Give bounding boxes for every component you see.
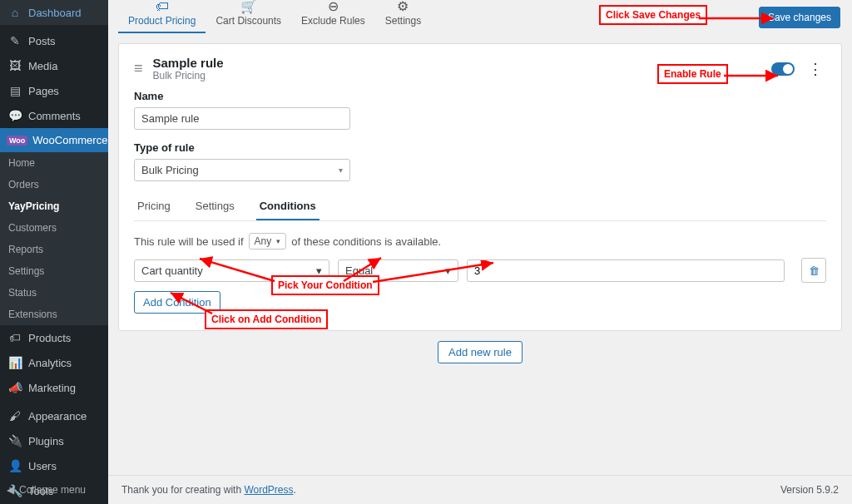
enable-rule-toggle[interactable] (771, 62, 795, 76)
sidebar-item-users[interactable]: 👤Users (0, 453, 108, 478)
sidebar-item-comments[interactable]: 💬Comments (0, 103, 108, 128)
sidebar-sub-yaypricing[interactable]: YayPricing (0, 195, 108, 217)
products-icon: 🏷 (7, 331, 23, 344)
add-new-rule-button[interactable]: Add new rule (438, 341, 523, 363)
sidebar-sub-settings[interactable]: Settings (0, 260, 108, 282)
media-icon: 🖾 (7, 59, 23, 72)
name-input[interactable] (134, 107, 350, 130)
sidebar-item-pages[interactable]: ▤Pages (0, 78, 108, 103)
condition-value-input[interactable] (467, 259, 785, 282)
type-label: Type of rule (134, 141, 826, 154)
appearance-icon: 🖌 (7, 409, 23, 422)
rule-panel: ≡ Sample rule Bulk Pricing ⋮ Name Type o… (118, 43, 842, 331)
sidebar-sub-home[interactable]: Home (0, 152, 108, 174)
sidebar-label: Appearance (28, 410, 87, 422)
callout-pick: Pick Your Condition (271, 275, 379, 295)
sidebar-sub-orders[interactable]: Orders (0, 174, 108, 195)
subtab-settings[interactable]: Settings (192, 193, 238, 220)
sidebar-item-analytics[interactable]: 📊Analytics (0, 350, 108, 375)
sidebar-label: Plugins (28, 435, 64, 447)
sidebar-label: Media (28, 60, 57, 72)
admin-sidebar: ⌂Dashboard ✎Posts 🖾Media ▤Pages 💬Comment… (0, 0, 108, 504)
chevron-down-icon: ▾ (339, 166, 343, 175)
sidebar-item-posts[interactable]: ✎Posts (0, 28, 108, 53)
tab-exclude-rules[interactable]: ⊖Exclude Rules (291, 0, 375, 33)
sidebar-item-media[interactable]: 🖾Media (0, 53, 108, 78)
sidebar-label: Comments (28, 110, 81, 122)
tab-cart-discounts[interactable]: 🛒Cart Discounts (206, 0, 291, 33)
callout-enable: Enable Rule (657, 64, 728, 84)
condition-row: Cart quantity▾ Equal▾ 🗑 (134, 258, 826, 283)
tab-product-pricing[interactable]: 🏷Product Pricing (118, 0, 206, 33)
users-icon: 👤 (7, 459, 23, 472)
name-label: Name (134, 90, 826, 102)
type-select[interactable]: Bulk Pricing▾ (134, 159, 350, 181)
rule-subtabs: Pricing Settings Conditions (134, 193, 826, 221)
product-pricing-icon: 🏷 (156, 0, 169, 14)
admin-footer: Thank you for creating with WordPress. V… (108, 475, 852, 504)
sidebar-label: Posts (28, 35, 56, 47)
drag-handle-icon[interactable]: ≡ (134, 60, 143, 77)
subtab-pricing[interactable]: Pricing (134, 193, 174, 220)
pages-icon: ▤ (7, 84, 23, 97)
subtab-conditions[interactable]: Conditions (256, 193, 320, 220)
trash-icon: 🗑 (809, 264, 820, 277)
sidebar-label: Analytics (28, 357, 72, 369)
sidebar-sub-customers[interactable]: Customers (0, 217, 108, 239)
marketing-icon: 📣 (7, 381, 23, 394)
tab-settings[interactable]: ⚙Settings (375, 0, 431, 33)
wordpress-link[interactable]: WordPress (244, 484, 293, 496)
sidebar-item-products[interactable]: 🏷Products (0, 325, 108, 350)
more-options-icon[interactable]: ⋮ (805, 60, 826, 78)
sidebar-label: Pages (28, 85, 59, 97)
chevron-down-icon: ▾ (276, 237, 280, 245)
collapse-menu[interactable]: ◀Collapse menu (0, 476, 108, 504)
version-text: Version 5.9.2 (780, 484, 839, 496)
rule-subtitle: Bulk Pricing (153, 70, 224, 82)
plugins-icon: 🔌 (7, 434, 23, 447)
sidebar-item-marketing[interactable]: 📣Marketing (0, 375, 108, 400)
sidebar-label: Users (28, 460, 57, 472)
posts-icon: ✎ (7, 34, 23, 47)
callout-addc: Click on Add Condition (205, 309, 328, 329)
delete-condition-button[interactable]: 🗑 (801, 258, 826, 283)
woo-icon: Woo (7, 136, 27, 146)
conditions-hint: This rule will be used if Any▾ of these … (134, 233, 826, 250)
settings-tab-icon: ⚙ (397, 0, 409, 14)
sidebar-item-woocommerce[interactable]: WooWooCommerce◄ (0, 128, 108, 152)
sidebar-sub-extensions[interactable]: Extensions (0, 304, 108, 325)
exclude-rules-icon: ⊖ (328, 0, 339, 14)
sidebar-item-plugins[interactable]: 🔌Plugins (0, 428, 108, 453)
save-changes-button[interactable]: Save changes (759, 7, 840, 28)
sidebar-label: WooCommerce (32, 134, 107, 146)
rule-title: Sample rule (153, 56, 224, 70)
sidebar-label: Dashboard (28, 7, 82, 19)
sidebar-item-appearance[interactable]: 🖌Appearance (0, 403, 108, 428)
dashboard-icon: ⌂ (7, 6, 23, 19)
sidebar-label: Products (28, 332, 71, 344)
sidebar-label: Marketing (28, 382, 76, 394)
comments-icon: 💬 (7, 109, 23, 122)
top-tabs: 🏷Product Pricing 🛒Cart Discounts ⊖Exclud… (108, 0, 852, 33)
sidebar-sub-reports[interactable]: Reports (0, 239, 108, 260)
callout-save: Click Save Changes (599, 5, 707, 25)
match-type-select[interactable]: Any▾ (249, 233, 287, 250)
sidebar-item-dashboard[interactable]: ⌂Dashboard (0, 0, 108, 25)
chevron-down-icon: ▾ (445, 264, 451, 277)
analytics-icon: 📊 (7, 356, 23, 369)
collapse-icon: ◀ (7, 484, 14, 496)
main-content: 🏷Product Pricing 🛒Cart Discounts ⊖Exclud… (108, 0, 852, 504)
sidebar-sub-status[interactable]: Status (0, 282, 108, 304)
cart-discounts-icon: 🛒 (240, 0, 257, 14)
